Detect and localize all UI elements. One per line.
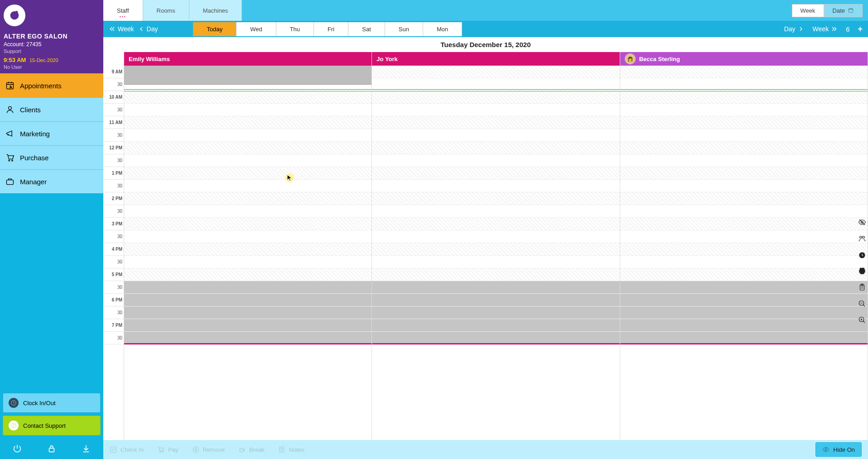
button-label: Clock In/Out bbox=[23, 400, 56, 406]
daytab-sun[interactable]: Sun bbox=[385, 22, 423, 36]
tab-machines[interactable]: Machines bbox=[189, 0, 242, 21]
now-indicator bbox=[620, 89, 868, 90]
power-icon[interactable] bbox=[12, 444, 22, 454]
lock-icon[interactable] bbox=[47, 444, 57, 454]
daytab-mon[interactable]: Mon bbox=[423, 22, 462, 36]
svg-point-9 bbox=[14, 426, 14, 427]
x-circle-icon bbox=[192, 446, 199, 453]
label: Day bbox=[784, 25, 796, 33]
daytab-thu[interactable]: Thu bbox=[276, 22, 314, 36]
chevron-right-icon bbox=[797, 25, 805, 33]
nav-label: Appointments bbox=[20, 82, 62, 90]
logo-icon bbox=[4, 5, 25, 26]
prev-week-button[interactable]: Week bbox=[109, 25, 134, 33]
columns-count: 6 bbox=[846, 25, 849, 33]
view-tabs: Staff Rooms Machines bbox=[103, 0, 242, 21]
date-label: Date bbox=[833, 7, 845, 14]
next-week-button[interactable]: Week bbox=[813, 25, 838, 33]
group-icon[interactable] bbox=[857, 234, 867, 244]
tab-label: Rooms bbox=[157, 7, 175, 14]
column-footer bbox=[372, 343, 619, 344]
top-row: Staff Rooms Machines Week Date bbox=[103, 0, 868, 21]
megaphone-icon bbox=[5, 129, 14, 138]
time-label: 30 bbox=[103, 256, 124, 268]
daytab-wed[interactable]: Wed bbox=[236, 22, 276, 36]
column-header[interactable]: Emily Williams bbox=[124, 52, 371, 66]
staff-column-emily[interactable]: Emily Williams bbox=[124, 52, 372, 440]
eye-off-icon[interactable] bbox=[857, 217, 867, 227]
label: Day bbox=[147, 25, 158, 33]
contact-support-button[interactable]: Contact Support bbox=[3, 416, 101, 435]
nav-purchase[interactable]: Purchase bbox=[0, 145, 103, 169]
calendar: 9 AM 30 10 AM 30 11 AM 30 12 PM 30 1 PM … bbox=[103, 52, 868, 440]
remove-button[interactable]: Remove bbox=[192, 446, 225, 453]
chevron-left-icon bbox=[138, 25, 145, 33]
nav-marketing[interactable]: Marketing bbox=[0, 121, 103, 145]
tab-rooms[interactable]: Rooms bbox=[143, 0, 189, 21]
staff-name: Emily Williams bbox=[129, 56, 170, 62]
now-indicator bbox=[124, 89, 371, 90]
main-area: ▯ ⚑ ▥ ♥ $ ✚ ★ ♥ Staff Rooms Machines Wee… bbox=[103, 0, 868, 459]
time-label: 12 PM bbox=[103, 142, 124, 154]
time-label: 3 PM bbox=[103, 218, 124, 230]
time-label: 30 bbox=[103, 180, 124, 192]
person-icon bbox=[5, 105, 14, 114]
clock-in-out-button[interactable]: Clock In/Out bbox=[3, 393, 101, 413]
svg-point-4 bbox=[9, 160, 10, 161]
clipboard-icon[interactable] bbox=[857, 282, 867, 292]
time-label: 30 bbox=[103, 154, 124, 167]
column-body[interactable] bbox=[620, 66, 868, 344]
checkin-button[interactable]: Check In bbox=[110, 446, 144, 453]
nav-label: Manager bbox=[20, 178, 47, 186]
daybar: Week Day Today Wed Thu Fri Sat Sun Mon D… bbox=[103, 21, 868, 37]
briefcase-icon bbox=[5, 177, 14, 186]
label: Remove bbox=[203, 446, 225, 453]
label: Week bbox=[813, 25, 829, 33]
add-column-button[interactable]: + bbox=[858, 24, 863, 34]
pay-button[interactable]: Pay bbox=[157, 446, 178, 453]
nav-label: Marketing bbox=[20, 130, 50, 138]
time-label: 6 PM bbox=[103, 294, 124, 306]
print-icon[interactable] bbox=[857, 266, 867, 276]
column-body[interactable] bbox=[372, 66, 619, 344]
label: Week bbox=[118, 25, 134, 33]
account-type: Support bbox=[4, 48, 100, 54]
time-label: 30 bbox=[103, 78, 124, 91]
time-label: 11 AM bbox=[103, 116, 124, 129]
notes-button[interactable]: Notes bbox=[278, 446, 304, 453]
zoom-out-icon[interactable] bbox=[857, 299, 867, 309]
column-header[interactable]: 👩 Becca Sterling bbox=[620, 52, 868, 66]
nav-clients[interactable]: Clients bbox=[0, 97, 103, 121]
timer-icon[interactable] bbox=[857, 250, 867, 260]
tab-staff[interactable]: Staff bbox=[103, 0, 143, 21]
button-label: Contact Support bbox=[23, 422, 66, 429]
time-label: 4 PM bbox=[103, 243, 124, 256]
svg-rect-10 bbox=[49, 448, 54, 452]
column-body[interactable] bbox=[124, 66, 371, 344]
nav-manager[interactable]: Manager bbox=[0, 169, 103, 193]
column-header[interactable]: Jo York bbox=[372, 52, 619, 66]
hide-on-button[interactable]: Hide On bbox=[815, 442, 862, 457]
daytab-sat[interactable]: Sat bbox=[348, 22, 385, 36]
check-icon bbox=[110, 446, 117, 453]
zoom-in-icon[interactable] bbox=[857, 315, 867, 325]
prev-day-button[interactable]: Day bbox=[138, 25, 158, 33]
chevrons-left-icon bbox=[109, 25, 116, 33]
daytab-fri[interactable]: Fri bbox=[314, 22, 348, 36]
time-label: 30 bbox=[103, 332, 124, 344]
staff-column-jo[interactable]: Jo York bbox=[372, 52, 620, 440]
date-button[interactable]: Date bbox=[824, 4, 863, 17]
staff-column-becca[interactable]: 👩 Becca Sterling bbox=[620, 52, 868, 440]
column-footer bbox=[124, 343, 371, 344]
sidebar-header: ALTER EGO SALON Account: 27435 Support 9… bbox=[0, 0, 103, 73]
label: Pay bbox=[168, 446, 178, 453]
download-icon[interactable] bbox=[81, 444, 91, 454]
now-indicator bbox=[372, 89, 619, 90]
label: Hide On bbox=[833, 446, 855, 453]
label: Notes bbox=[289, 446, 304, 453]
week-button[interactable]: Week bbox=[792, 4, 824, 17]
daytab-today[interactable]: Today bbox=[193, 22, 236, 36]
break-button[interactable]: Break bbox=[238, 446, 265, 453]
nav-appointments[interactable]: Appointments bbox=[0, 73, 103, 97]
next-day-button[interactable]: Day bbox=[784, 25, 805, 33]
